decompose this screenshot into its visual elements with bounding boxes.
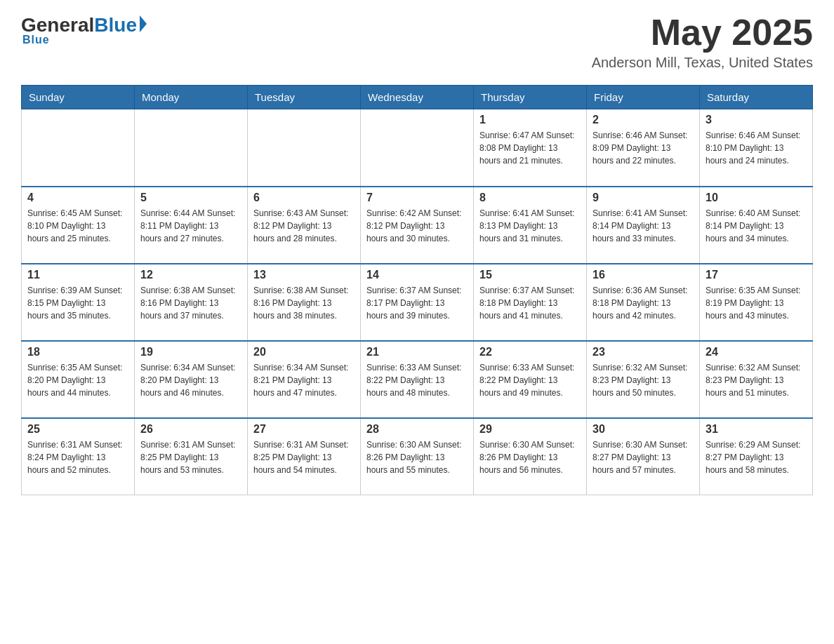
day-number: 20 (253, 346, 355, 358)
day-number: 29 (479, 423, 581, 436)
day-info: Sunrise: 6:32 AM Sunset: 8:23 PM Dayligh… (593, 361, 694, 399)
table-row: 25Sunrise: 6:31 AM Sunset: 8:24 PM Dayli… (22, 418, 135, 495)
day-number: 11 (27, 269, 128, 281)
table-row: 31Sunrise: 6:29 AM Sunset: 8:27 PM Dayli… (700, 418, 813, 495)
table-row: 17Sunrise: 6:35 AM Sunset: 8:19 PM Dayli… (700, 264, 813, 341)
day-number: 17 (706, 269, 807, 281)
col-saturday: Saturday (700, 86, 813, 109)
day-info: Sunrise: 6:45 AM Sunset: 8:10 PM Dayligh… (27, 207, 128, 245)
title-section: May 2025 Anderson Mill, Texas, United St… (592, 14, 813, 71)
table-row: 29Sunrise: 6:30 AM Sunset: 8:26 PM Dayli… (474, 418, 587, 495)
table-row: 16Sunrise: 6:36 AM Sunset: 8:18 PM Dayli… (587, 264, 700, 341)
table-row (248, 109, 361, 187)
day-info: Sunrise: 6:42 AM Sunset: 8:12 PM Dayligh… (366, 207, 468, 245)
day-number: 14 (366, 269, 468, 281)
calendar-row-4: 18Sunrise: 6:35 AM Sunset: 8:20 PM Dayli… (22, 341, 813, 418)
table-row: 14Sunrise: 6:37 AM Sunset: 8:17 PM Dayli… (361, 264, 474, 341)
day-number: 21 (366, 346, 468, 358)
day-number: 8 (479, 192, 581, 204)
day-info: Sunrise: 6:44 AM Sunset: 8:11 PM Dayligh… (140, 207, 241, 245)
day-info: Sunrise: 6:34 AM Sunset: 8:20 PM Dayligh… (140, 361, 241, 399)
day-number: 24 (706, 346, 807, 358)
location-subtitle: Anderson Mill, Texas, United States (592, 55, 813, 71)
table-row: 21Sunrise: 6:33 AM Sunset: 8:22 PM Dayli… (361, 341, 474, 418)
day-number: 15 (479, 269, 581, 281)
logo-blue-part: Blue (94, 14, 147, 36)
day-number: 28 (366, 423, 468, 436)
table-row: 28Sunrise: 6:30 AM Sunset: 8:26 PM Dayli… (361, 418, 474, 495)
day-info: Sunrise: 6:36 AM Sunset: 8:18 PM Dayligh… (593, 284, 694, 322)
table-row: 30Sunrise: 6:30 AM Sunset: 8:27 PM Dayli… (587, 418, 700, 495)
day-number: 31 (706, 423, 807, 436)
day-number: 6 (253, 192, 355, 204)
table-row: 4Sunrise: 6:45 AM Sunset: 8:10 PM Daylig… (22, 187, 135, 264)
table-row: 20Sunrise: 6:34 AM Sunset: 8:21 PM Dayli… (248, 341, 361, 418)
table-row: 1Sunrise: 6:47 AM Sunset: 8:08 PM Daylig… (474, 109, 587, 187)
day-number: 12 (140, 269, 241, 281)
calendar-row-2: 4Sunrise: 6:45 AM Sunset: 8:10 PM Daylig… (22, 187, 813, 264)
day-number: 3 (706, 114, 807, 126)
day-info: Sunrise: 6:43 AM Sunset: 8:12 PM Dayligh… (253, 207, 355, 245)
day-number: 19 (140, 346, 241, 358)
col-thursday: Thursday (474, 86, 587, 109)
day-info: Sunrise: 6:37 AM Sunset: 8:18 PM Dayligh… (479, 284, 581, 322)
table-row: 2Sunrise: 6:46 AM Sunset: 8:09 PM Daylig… (587, 109, 700, 187)
day-number: 10 (706, 192, 807, 204)
day-info: Sunrise: 6:32 AM Sunset: 8:23 PM Dayligh… (706, 361, 807, 399)
day-number: 2 (593, 114, 694, 126)
day-info: Sunrise: 6:34 AM Sunset: 8:21 PM Dayligh… (253, 361, 355, 399)
calendar-table: Sunday Monday Tuesday Wednesday Thursday… (21, 85, 813, 495)
col-wednesday: Wednesday (361, 86, 474, 109)
day-info: Sunrise: 6:33 AM Sunset: 8:22 PM Dayligh… (479, 361, 581, 399)
table-row: 10Sunrise: 6:40 AM Sunset: 8:14 PM Dayli… (700, 187, 813, 264)
calendar-row-5: 25Sunrise: 6:31 AM Sunset: 8:24 PM Dayli… (22, 418, 813, 495)
day-number: 18 (27, 346, 128, 358)
table-row: 9Sunrise: 6:41 AM Sunset: 8:14 PM Daylig… (587, 187, 700, 264)
day-number: 16 (593, 269, 694, 281)
table-row: 26Sunrise: 6:31 AM Sunset: 8:25 PM Dayli… (135, 418, 248, 495)
day-info: Sunrise: 6:39 AM Sunset: 8:15 PM Dayligh… (27, 284, 128, 322)
table-row: 13Sunrise: 6:38 AM Sunset: 8:16 PM Dayli… (248, 264, 361, 341)
day-number: 22 (479, 346, 581, 358)
day-number: 25 (27, 423, 128, 436)
day-info: Sunrise: 6:38 AM Sunset: 8:16 PM Dayligh… (253, 284, 355, 322)
logo: General Blue Blue (21, 14, 147, 46)
table-row: 3Sunrise: 6:46 AM Sunset: 8:10 PM Daylig… (700, 109, 813, 187)
table-row: 8Sunrise: 6:41 AM Sunset: 8:13 PM Daylig… (474, 187, 587, 264)
day-info: Sunrise: 6:40 AM Sunset: 8:14 PM Dayligh… (706, 207, 807, 245)
day-info: Sunrise: 6:47 AM Sunset: 8:08 PM Dayligh… (479, 129, 581, 167)
day-info: Sunrise: 6:38 AM Sunset: 8:16 PM Dayligh… (140, 284, 241, 322)
day-number: 9 (593, 192, 694, 204)
table-row: 19Sunrise: 6:34 AM Sunset: 8:20 PM Dayli… (135, 341, 248, 418)
col-friday: Friday (587, 86, 700, 109)
table-row: 18Sunrise: 6:35 AM Sunset: 8:20 PM Dayli… (22, 341, 135, 418)
day-info: Sunrise: 6:41 AM Sunset: 8:13 PM Dayligh… (479, 207, 581, 245)
table-row (22, 109, 135, 187)
day-info: Sunrise: 6:41 AM Sunset: 8:14 PM Dayligh… (593, 207, 694, 245)
day-number: 30 (593, 423, 694, 436)
day-number: 27 (253, 423, 355, 436)
table-row: 11Sunrise: 6:39 AM Sunset: 8:15 PM Dayli… (22, 264, 135, 341)
col-sunday: Sunday (22, 86, 135, 109)
day-info: Sunrise: 6:31 AM Sunset: 8:24 PM Dayligh… (27, 438, 128, 476)
month-year-title: May 2025 (592, 14, 813, 51)
calendar-row-1: 1Sunrise: 6:47 AM Sunset: 8:08 PM Daylig… (22, 109, 813, 187)
table-row: 6Sunrise: 6:43 AM Sunset: 8:12 PM Daylig… (248, 187, 361, 264)
day-number: 1 (479, 114, 581, 126)
day-info: Sunrise: 6:30 AM Sunset: 8:26 PM Dayligh… (479, 438, 581, 476)
day-number: 13 (253, 269, 355, 281)
day-info: Sunrise: 6:37 AM Sunset: 8:17 PM Dayligh… (366, 284, 468, 322)
logo-underline: Blue (22, 34, 50, 46)
day-number: 4 (27, 192, 128, 204)
day-info: Sunrise: 6:30 AM Sunset: 8:26 PM Dayligh… (366, 438, 468, 476)
table-row (361, 109, 474, 187)
day-info: Sunrise: 6:30 AM Sunset: 8:27 PM Dayligh… (593, 438, 694, 476)
day-info: Sunrise: 6:46 AM Sunset: 8:09 PM Dayligh… (593, 129, 694, 167)
day-info: Sunrise: 6:35 AM Sunset: 8:20 PM Dayligh… (27, 361, 128, 399)
calendar-header-row: Sunday Monday Tuesday Wednesday Thursday… (22, 86, 813, 109)
table-row: 5Sunrise: 6:44 AM Sunset: 8:11 PM Daylig… (135, 187, 248, 264)
day-info: Sunrise: 6:31 AM Sunset: 8:25 PM Dayligh… (140, 438, 241, 476)
col-tuesday: Tuesday (248, 86, 361, 109)
table-row: 24Sunrise: 6:32 AM Sunset: 8:23 PM Dayli… (700, 341, 813, 418)
table-row: 27Sunrise: 6:31 AM Sunset: 8:25 PM Dayli… (248, 418, 361, 495)
